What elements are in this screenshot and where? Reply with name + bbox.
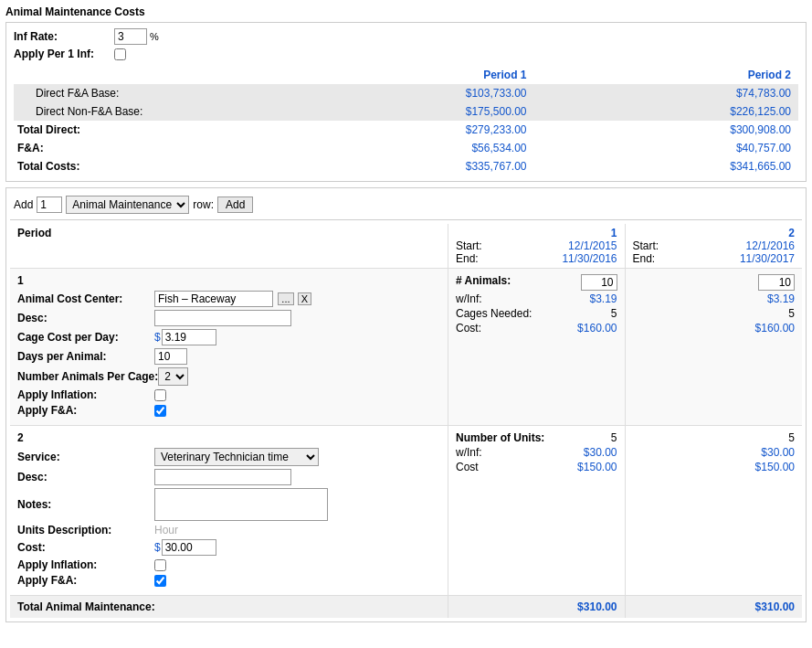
fa-label: F&A: xyxy=(14,139,269,157)
page-title: Animal Maintenance Costs xyxy=(5,5,807,18)
desc-row: Desc: xyxy=(17,310,440,326)
table-row: Total Direct: $279,233.00 $300,908.00 xyxy=(14,121,798,139)
apply-inflation-row1: Apply Inflation: xyxy=(17,388,440,401)
total-direct-label: Total Direct: xyxy=(14,121,269,139)
direct-nonfa-p2: $226,125.00 xyxy=(534,102,799,121)
units-desc-value: Hour xyxy=(154,524,178,536)
units-label-row2p1: Number of Units: xyxy=(456,431,544,444)
ellipsis-button[interactable]: ... xyxy=(278,292,293,305)
remove-button[interactable]: X xyxy=(298,292,311,305)
fa-p1: $56,534.00 xyxy=(269,139,534,157)
cost-input2[interactable] xyxy=(162,539,216,556)
direct-nonfa-label: Direct Non-F&A Base: xyxy=(14,102,269,121)
num-animals-select[interactable]: 2 xyxy=(158,367,188,386)
total-p1-cell: $310.00 xyxy=(448,596,626,618)
apply-inflation-checkbox2[interactable] xyxy=(154,559,166,571)
add-button[interactable]: Add xyxy=(217,197,253,213)
apply-per-row: Apply Per 1 Inf: xyxy=(14,48,798,60)
total-label-cell: Total Animal Maintenance: xyxy=(10,596,448,618)
p1-start-label: Start: xyxy=(456,239,482,252)
cost-label2: Cost: xyxy=(17,541,154,554)
winf-value-p2: $3.19 xyxy=(767,292,795,305)
apply-fa-checkbox1[interactable] xyxy=(154,405,166,417)
animal-cost-center-input[interactable] xyxy=(154,291,273,307)
animals-input-p2[interactable] xyxy=(758,274,795,291)
row2-number: 2 xyxy=(17,431,440,444)
p2-end-label: End: xyxy=(633,252,656,265)
row2-left: 2 Service: Veterinary Technician time De… xyxy=(10,426,448,596)
service-select[interactable]: Veterinary Technician time xyxy=(154,448,319,466)
total-direct-p2: $300,908.00 xyxy=(534,121,799,139)
p2-start-label: Start: xyxy=(633,239,659,252)
pct-label: % xyxy=(150,31,159,42)
notes-textarea[interactable] xyxy=(154,488,328,521)
apply-fa-label1: Apply F&A: xyxy=(17,404,154,417)
fa-p2: $40,757.00 xyxy=(534,139,799,157)
days-row: Days per Animal: xyxy=(17,348,440,365)
total-animal-label: Total Animal Maintenance: xyxy=(17,600,155,613)
add-row-bar: Add Animal Maintenance row: Add xyxy=(10,192,802,220)
units-value-row2p2: 5 xyxy=(788,431,795,444)
service-label: Service: xyxy=(17,451,154,463)
desc-row2: Desc: xyxy=(17,469,440,485)
p1-num: 1 xyxy=(611,227,617,239)
apply-inflation-row2: Apply Inflation: xyxy=(17,558,440,571)
total-costs-p1: $335,767.00 xyxy=(269,157,534,175)
apply-per-label: Apply Per 1 Inf: xyxy=(14,48,114,60)
cage-cost-label: Cage Cost per Day: xyxy=(17,331,154,344)
apply-inflation-label2: Apply Inflation: xyxy=(17,558,154,571)
days-input[interactable] xyxy=(154,348,187,365)
row-label: row: xyxy=(193,198,214,211)
cost-value-row2p1: $150.00 xyxy=(577,461,617,473)
p2-start: 12/1/2016 xyxy=(746,239,795,252)
add-type-select[interactable]: Animal Maintenance xyxy=(66,196,189,214)
p2-num: 2 xyxy=(788,227,795,239)
days-label: Days per Animal: xyxy=(17,350,154,363)
row1-p2: $3.19 5 $160.00 xyxy=(626,269,803,426)
ph-spacer: Period xyxy=(10,224,448,269)
animals-label-p1: # Animals: xyxy=(456,274,511,291)
animal-cost-center-label: Animal Cost Center: xyxy=(17,292,154,305)
row1-left: 1 Animal Cost Center: ... X Desc: Cage C… xyxy=(10,269,448,426)
table-row: Total Costs: $335,767.00 $341,665.00 xyxy=(14,157,798,175)
cage-cost-input[interactable] xyxy=(162,329,216,345)
animals-input-p1[interactable] xyxy=(581,274,617,291)
service-row: Service: Veterinary Technician time xyxy=(17,448,440,466)
inf-rate-row: Inf Rate: % xyxy=(14,28,798,45)
add-qty-input[interactable] xyxy=(37,197,62,213)
direct-fa-label: Direct F&A Base: xyxy=(14,84,269,102)
period2-info: 2 Start: 12/1/2016 End: 11/30/2017 xyxy=(626,224,803,269)
total-direct-p1: $279,233.00 xyxy=(269,121,534,139)
winf-value-row2p2: $30.00 xyxy=(761,446,795,459)
direct-nonfa-p1: $175,500.00 xyxy=(269,102,534,121)
apply-per-checkbox[interactable] xyxy=(114,48,126,60)
units-desc-label: Units Description: xyxy=(17,524,154,536)
inf-rate-input[interactable] xyxy=(114,28,147,45)
total-p2-cell: $310.00 xyxy=(626,596,803,618)
apply-inflation-label1: Apply Inflation: xyxy=(17,388,154,401)
cost-row2: Cost: $ xyxy=(17,539,440,556)
row1-number: 1 xyxy=(17,274,440,287)
desc-input2[interactable] xyxy=(154,469,291,485)
apply-fa-checkbox2[interactable] xyxy=(154,575,166,587)
units-value-row2p1: 5 xyxy=(611,431,617,444)
row2-p2: 5 $30.00 $150.00 xyxy=(626,426,803,596)
row1-p1: # Animals: w/Inf: $3.19 Cages Needed: 5 … xyxy=(448,269,626,426)
winf-label-row2p1: w/Inf: xyxy=(456,446,482,459)
desc-input[interactable] xyxy=(154,310,291,326)
cages-value-p2: 5 xyxy=(788,307,795,320)
period1-info: 1 Start: 12/1/2015 End: 11/30/2016 xyxy=(448,224,626,269)
total-p1-value: $310.00 xyxy=(577,600,617,613)
cost-label-row2p1: Cost xyxy=(456,461,479,473)
cages-label-p1: Cages Needed: xyxy=(456,307,532,320)
cages-value-p1: 5 xyxy=(611,307,617,320)
notes-row: Notes: xyxy=(17,488,440,521)
desc-label: Desc: xyxy=(17,312,154,324)
direct-fa-p1: $103,733.00 xyxy=(269,84,534,102)
cost-value-p1: $160.00 xyxy=(577,322,617,335)
winf-value-p1: $3.19 xyxy=(589,292,617,305)
apply-inflation-checkbox1[interactable] xyxy=(154,389,166,401)
cost-value-row2p2: $150.00 xyxy=(755,461,795,473)
num-animals-row: Number Animals Per Cage: 2 xyxy=(17,367,440,386)
cost-label-p1: Cost: xyxy=(456,322,481,335)
